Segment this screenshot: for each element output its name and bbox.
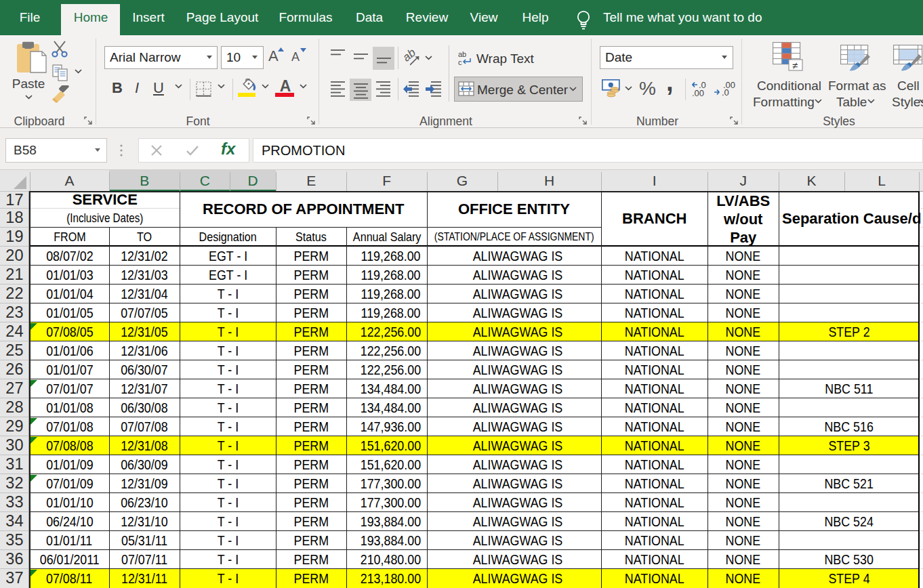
svg-text:ab: ab — [458, 50, 466, 58]
svg-text:.0: .0 — [722, 88, 729, 97]
svg-text:≠: ≠ — [792, 60, 798, 71]
svg-text:c: c — [458, 58, 462, 66]
